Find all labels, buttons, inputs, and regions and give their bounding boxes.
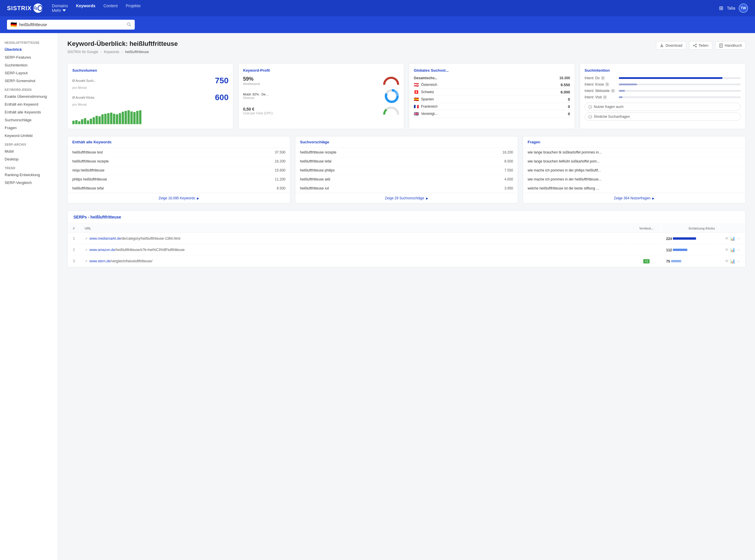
chart-bar bbox=[124, 111, 127, 124]
sidebar-section-trend: TREND bbox=[0, 163, 58, 171]
devices-value: Mobil: 82% · Desktop: ... bbox=[243, 93, 269, 96]
chart-bar bbox=[110, 113, 112, 124]
searches-sub: pro Monat bbox=[72, 86, 229, 89]
chart-bar bbox=[139, 110, 141, 124]
fragen-row-2: wie mache ich pommes in der philips heiß… bbox=[523, 166, 746, 175]
avatar[interactable]: TW bbox=[739, 3, 748, 13]
breadcrumb-sistrix[interactable]: SISTRIX für Google bbox=[67, 50, 98, 54]
sidebar-item-mobil[interactable]: Mobil bbox=[0, 147, 58, 155]
chart-bar bbox=[98, 116, 101, 124]
serps-row-0: 1 ↗ www.mediamarkt.de/de/category/heißlu… bbox=[68, 233, 745, 244]
sidebar-item-enthaelt-alle[interactable]: Enthält alle Keywords bbox=[0, 108, 58, 116]
aehnlich-btn[interactable]: ? Ähnliche Suchanfragen bbox=[584, 113, 741, 121]
chart-bar bbox=[87, 120, 89, 124]
sidebar-item-suchintention[interactable]: Suchintention bbox=[0, 61, 58, 69]
searches-value: 750 bbox=[215, 76, 229, 85]
logo[interactable]: SISTRIX bbox=[7, 3, 43, 13]
enthalt-show-more[interactable]: Zeige 16.095 Keywords ▶ bbox=[67, 193, 290, 203]
chart-bar bbox=[84, 118, 86, 124]
svg-line-7 bbox=[694, 44, 695, 45]
sidebar-item-enthaelt-ein[interactable]: Enthält ein Keyword bbox=[0, 100, 58, 108]
si-row-0: Intent: Do ? bbox=[584, 76, 741, 80]
sidebar-item-exakte[interactable]: Exakte Übereinstimmung bbox=[0, 93, 58, 100]
si-row-1: Intent: Know ? bbox=[584, 82, 741, 86]
sidebar-item-ranking[interactable]: Ranking-Entwicklung bbox=[0, 171, 58, 179]
sidebar-item-desktop[interactable]: Desktop bbox=[0, 155, 58, 163]
nav-projekte[interactable]: Projekte bbox=[126, 3, 140, 8]
fragen-row-3: wie mache ich pommes in der heißluftfrit… bbox=[523, 175, 746, 184]
chart-bar bbox=[113, 114, 115, 124]
chart-icon-2[interactable]: 📊 bbox=[730, 259, 735, 263]
sidebar-item-fragen[interactable]: Fragen bbox=[0, 124, 58, 132]
chart-bar bbox=[75, 120, 78, 124]
handbuch-button[interactable]: Handbuch bbox=[715, 41, 746, 49]
chart-icon-0[interactable]: 📊 bbox=[730, 236, 735, 241]
chart-bar bbox=[136, 111, 138, 124]
arrow-icon-1[interactable]: → bbox=[736, 247, 740, 252]
arrow-icon-0[interactable]: → bbox=[736, 236, 740, 241]
searches-label: Ø Anzahl Such... bbox=[72, 79, 96, 82]
row-actions-0: 👁 📊 → bbox=[725, 236, 740, 241]
gv-header: Gesamtschv... 16.300 bbox=[414, 76, 570, 80]
suchvolumen-card: Suchvolumen Ø Anzahl Such... 750 pro Mon… bbox=[67, 63, 233, 129]
top-navigation: SISTRIX Domains Keywords Content Projekt… bbox=[0, 0, 755, 16]
chart-bar bbox=[96, 116, 98, 124]
sidebar-item-serp-vergleich[interactable]: SERP-Vergleich bbox=[0, 179, 58, 186]
page-title: Keyword-Überblick: heißluftfritteuse bbox=[67, 40, 178, 47]
nav-mehr[interactable]: Mehr bbox=[52, 8, 140, 13]
sidebar-item-serp-screenshot[interactable]: SERP-Screenshot bbox=[0, 77, 58, 85]
chart-bar bbox=[72, 121, 75, 124]
fragen-title: Fragen bbox=[528, 140, 741, 144]
change-0 bbox=[632, 233, 661, 244]
chart-icon-1[interactable]: 📊 bbox=[730, 247, 735, 252]
keyword-profil-title: Keyword-Profil bbox=[243, 68, 399, 73]
search-input[interactable] bbox=[19, 22, 127, 27]
help-icon-1: ? bbox=[605, 82, 609, 86]
serps-row-2: 3 ↗ www.stern.de/vergleich/heissluftfrit… bbox=[68, 256, 745, 266]
sidebar-section-keyword: HEISSLUFTFRITTEUSE bbox=[0, 38, 58, 45]
chart-bar bbox=[119, 113, 121, 124]
breadcrumb-keywords[interactable]: Keywords bbox=[104, 50, 119, 54]
serps-row-1: 2 ↗ www.amazon.de/heißluftfritteuse/s?k=… bbox=[68, 245, 745, 255]
sidebar-item-suchvorschlaege[interactable]: Suchvorschläge bbox=[0, 116, 58, 124]
cpc-label: Cost per Click (CPC) bbox=[243, 112, 273, 115]
nav-content[interactable]: Content bbox=[103, 3, 118, 8]
help-icon-3: ? bbox=[603, 95, 607, 99]
sidebar-item-keyword-umfeld[interactable]: Keyword-Umfeld bbox=[0, 132, 58, 140]
breadcrumb-current: heißluftfritteuse bbox=[125, 50, 149, 54]
eye-icon-1[interactable]: 👁 bbox=[725, 247, 729, 252]
teilen-button[interactable]: Teilen bbox=[689, 41, 712, 49]
download-button[interactable]: Download bbox=[656, 41, 686, 49]
sidebar-item-serp-features[interactable]: SERP-Features bbox=[0, 53, 58, 61]
chart-bar bbox=[78, 121, 80, 124]
gv-header-country: Gesamtschv... bbox=[414, 76, 437, 80]
col-clicks: Schätzung Klicks bbox=[661, 224, 720, 233]
arrow-icon-2[interactable]: → bbox=[736, 259, 740, 263]
svg-point-4 bbox=[695, 44, 696, 45]
eye-icon-2[interactable]: 👁 bbox=[725, 259, 729, 263]
fragen-row-1: wie lange brauchen tiefkühl süßkartoffel… bbox=[523, 157, 746, 166]
main-nav: Domains Keywords Content Projekte Mehr bbox=[52, 3, 148, 13]
chart-bar bbox=[104, 114, 107, 124]
sidebar-item-serp-layout[interactable]: SERP-Layout bbox=[0, 69, 58, 77]
eye-icon-0[interactable]: 👁 bbox=[725, 236, 729, 241]
clicks-bar-1 bbox=[673, 249, 688, 251]
kw-row-1: heißluftfritteuse rezepte 16.200 bbox=[67, 157, 290, 166]
suchvorschlaege-card: Suchvorschläge heißluftfritteuse rezepte… bbox=[295, 136, 518, 203]
nav-right: ⊞ Talia TW bbox=[719, 3, 748, 13]
nav-keywords[interactable]: Keywords bbox=[76, 3, 96, 8]
nutzer-fragen-btn[interactable]: ? Nutzer fragen auch bbox=[584, 103, 741, 111]
col-actions bbox=[720, 224, 745, 233]
breadcrumb-sep-2: › bbox=[122, 50, 123, 54]
layout: HEISSLUFTFRITTEUSE Überblick SERP-Featur… bbox=[0, 33, 755, 560]
si-row-2: Intent: Webseite ? bbox=[584, 89, 741, 93]
breadcrumb: SISTRIX für Google › Keywords › heißluft… bbox=[67, 50, 178, 54]
serps-header: SERPs - heißluftfritteuse bbox=[67, 211, 746, 224]
search-button[interactable] bbox=[127, 22, 131, 27]
sidebar-item-ueberblick[interactable]: Überblick bbox=[0, 45, 58, 53]
nav-domains[interactable]: Domains bbox=[52, 3, 68, 8]
fragen-show-more[interactable]: Zeige 364 Nutzerfragen ▶ bbox=[523, 193, 746, 203]
volume-chart bbox=[72, 110, 229, 124]
suchvorschlaege-show-more[interactable]: Zeige 29 Suchvorschläge ▶ bbox=[295, 193, 518, 203]
grid-icon[interactable]: ⊞ bbox=[719, 5, 723, 11]
